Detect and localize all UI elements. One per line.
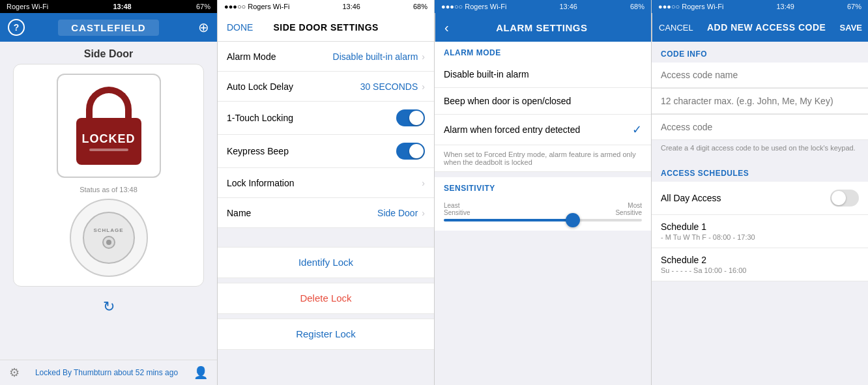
access-code-input[interactable] [661,122,859,132]
identify-lock-row[interactable]: Identify Lock [218,248,434,278]
autolock-value: 30 SECONDS [360,81,418,92]
sensitivity-labels: LeastSensitive MostSensitive [444,202,642,216]
footer-bar-1: ⚙ Locked By Thumbturn about 52 mins ago … [0,360,217,385]
keypad-inner: SCHLAGE [83,212,135,264]
carrier-4: ●●●○○ Rogers Wi-Fi [658,3,723,10]
settings-row-name[interactable]: Name Side Door › [218,198,434,228]
lock-name: CASTLEFIELD [58,20,158,36]
settings-spacer-2 [218,278,434,283]
keypad-brand: SCHLAGE [93,227,123,233]
alarm-disable-label: Disable built-in alarm [444,69,642,79]
sensitivity-least: LeastSensitive [444,202,470,216]
settings-row-alarm-mode[interactable]: Alarm Mode Disable built-in alarm › [218,42,434,72]
battery-3: 68% [630,3,644,10]
lock-body-bar [89,149,128,151]
help-icon[interactable]: ? [8,19,25,36]
alarm-beep-label: Beep when door is open/closed [444,96,642,106]
schedule-row-2[interactable]: Schedule 2 Su - - - - - Sa 10:00 - 16:00 [652,248,868,281]
register-lock-button[interactable]: Register Lock [296,328,356,339]
register-lock-row[interactable]: Register Lock [218,319,434,350]
code-hint-text: Create a 4 digit access code to be used … [652,140,868,158]
settings-list: Alarm Mode Disable built-in alarm › Auto… [218,42,434,385]
settings-header: DONE SIDE DOOR SETTINGS [218,13,434,42]
sensitivity-slider-area: LeastSensitive MostSensitive [435,197,651,231]
status-timestamp: Status as of 13:48 [80,186,137,193]
footer-users-icon[interactable]: 👤 [194,365,208,380]
keypad-dot [102,236,115,249]
settings-row-onetouch[interactable]: 1-Touch Locking [218,102,434,135]
schedule-1-detail: - M Tu W Th F - 08:00 - 17:30 [661,233,859,241]
delete-lock-row[interactable]: Delete Lock [218,283,434,314]
carrier-1: Rogers Wi-Fi [7,3,48,10]
alarm-mode-section: ALARM MODE Disable built-in alarm Beep w… [435,42,651,172]
all-day-access-toggle[interactable] [830,190,859,207]
lock-info-label: Lock Information [227,178,422,188]
panel-lock-home: Rogers Wi-Fi 13:48 67% ? CASTLEFIELD ⊕ S… [0,0,217,385]
sensitivity-section: SENSITIVITY LeastSensitive MostSensitive [435,177,651,231]
alarm-mode-label: Alarm Mode [227,51,333,62]
schedule-2-name: Schedule 2 [661,255,859,265]
lock-icon-area[interactable]: LOCKED [57,74,161,178]
settings-row-keypress[interactable]: Keypress Beep [218,135,434,168]
refresh-icon[interactable]: ↻ [103,298,115,315]
code-info-header: CODE INFO [652,42,868,63]
sensitivity-header: SENSITIVITY [435,177,651,197]
alarm-row-disable[interactable]: Disable built-in alarm [435,61,651,88]
schedule-1-name: Schedule 1 [661,221,859,232]
carrier-2: ●●●○○ Rogers Wi-Fi [224,3,289,10]
name-label: Name [227,208,377,218]
schedule-row-1[interactable]: Schedule 1 - M Tu W Th F - 08:00 - 17:30 [652,215,868,248]
battery-4: 67% [847,3,861,10]
alarm-mode-section-header: ALARM MODE [435,42,651,61]
slider-thumb[interactable] [566,213,580,227]
identify-lock-button[interactable]: Identify Lock [298,257,353,268]
access-code-name-input[interactable] [661,70,859,80]
delete-lock-button[interactable]: Delete Lock [300,292,351,304]
settings-row-autolock[interactable]: Auto Lock Delay 30 SECONDS › [218,72,434,102]
lock-body-shape: LOCKED [76,118,141,165]
panel-add-access-code: ●●●○○ Rogers Wi-Fi 13:49 67% CANCEL ADD … [651,0,868,385]
battery-2: 68% [413,3,427,10]
all-day-access-row[interactable]: All Day Access [652,182,868,215]
keypad-area: SCHLAGE [70,199,148,277]
autolock-chevron: › [422,81,425,92]
access-code-hint-row [652,89,868,114]
footer-gear-icon[interactable]: ⚙ [9,365,20,380]
add-lock-icon[interactable]: ⊕ [198,20,209,35]
alarm-row-forced[interactable]: Alarm when forced entry detected ✓ [435,115,651,145]
access-schedules-header: ACCESS SCHEDULES [652,161,868,182]
alarm-forced-label: Alarm when forced entry detected [444,124,632,135]
battery-1: 67% [196,3,210,10]
settings-row-lock-info[interactable]: Lock Information › [218,168,434,198]
alarm-row-beep[interactable]: Beep when door is open/closed [435,88,651,115]
time-1: 13:48 [113,3,132,10]
carrier-3: ●●●○○ Rogers Wi-Fi [441,3,506,10]
settings-title: SIDE DOOR SETTINGS [273,22,378,33]
alarm-check-icon: ✓ [632,122,642,137]
alarm-mode-value: Disable built-in alarm [333,51,418,62]
keypad-dot-inner [106,240,111,245]
time-3: 13:46 [559,3,577,10]
status-bar-4: ●●●○○ Rogers Wi-Fi 13:49 67% [652,0,868,13]
slider-track[interactable] [444,219,642,221]
keypress-label: Keypress Beep [227,146,396,156]
lock-status-label: LOCKED [82,132,136,146]
save-button[interactable]: SAVE [840,23,862,33]
settings-spacer-3 [218,314,434,319]
access-code-char-hint-input[interactable] [661,96,859,106]
keypress-toggle[interactable] [396,143,425,160]
onetouch-toggle[interactable] [396,109,425,126]
alarm-header: ‹ ALARM SETTINGS [435,13,651,42]
alarm-mode-chevron: › [422,51,425,62]
done-button[interactable]: DONE [227,22,253,33]
footer-lock-status: Locked By Thumbturn about 52 mins ago [25,368,188,377]
autolock-label: Auto Lock Delay [227,81,360,92]
door-label: Side Door [0,42,217,64]
slider-fill [444,219,573,221]
time-4: 13:49 [776,3,794,10]
back-button[interactable]: ‹ [444,20,449,35]
time-2: 13:46 [342,3,360,10]
alarm-note: When set to Forced Entry mode, alarm fea… [435,145,651,172]
cancel-button[interactable]: CANCEL [659,23,693,33]
bottom-spacer [218,350,434,385]
